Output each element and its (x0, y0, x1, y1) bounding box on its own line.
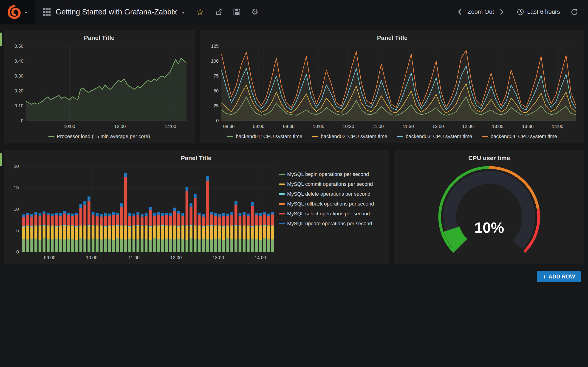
legend-item[interactable]: MySQL begin operations per second (279, 171, 381, 177)
legend-swatch (279, 213, 285, 215)
svg-text:13:00: 13:00 (212, 255, 224, 260)
legend-label: MySQL select operations per second (287, 211, 370, 217)
legend-label: backend03: CPU system time (406, 133, 472, 140)
time-controls: Zoom Out Last 6 hours (457, 0, 588, 24)
dashboard-title-caret-icon (182, 12, 185, 14)
processor-load-legend: Processor load (15 min average per core) (8, 131, 191, 141)
plus-icon: + (543, 274, 546, 280)
svg-text:125: 125 (211, 44, 219, 49)
legend-item[interactable]: MySQL commit operations per second (279, 181, 381, 187)
legend-item[interactable]: MySQL update operations per second (279, 221, 381, 227)
svg-text:12:00: 12:00 (114, 124, 126, 129)
svg-text:13:00: 13:00 (492, 124, 503, 129)
legend-swatch (279, 174, 285, 175)
legend-label: MySQL rollback operations per second (287, 201, 374, 207)
legend-label: backend01: CPU system time (236, 133, 302, 140)
save-dashboard-button[interactable] (233, 8, 241, 16)
share-dashboard-button[interactable] (215, 8, 222, 16)
svg-text:10:00: 10:00 (86, 255, 97, 260)
time-range-picker[interactable]: Last 6 hours (517, 8, 560, 15)
refresh-button[interactable] (571, 8, 578, 16)
grafana-menu-button[interactable] (0, 0, 35, 24)
legend-item[interactable]: backend03: CPU system time (397, 133, 472, 140)
grafana-logo-icon (8, 5, 22, 19)
add-row-button[interactable]: + ADD ROW (537, 271, 581, 282)
dashboard-actions: ☆ ⚙ (196, 0, 258, 24)
svg-text:0.20: 0.20 (15, 88, 23, 93)
time-range-label: Last 6 hours (527, 8, 560, 15)
svg-text:11:00: 11:00 (372, 124, 384, 129)
mysql-operations-chart[interactable]: 09:0010:0011:0012:0013:0014:0005101520 (8, 164, 279, 262)
legend-item[interactable]: MySQL select operations per second (279, 211, 381, 217)
legend-item[interactable]: backend04: CPU system time (482, 133, 557, 140)
gear-icon: ⚙ (251, 8, 258, 16)
svg-text:0: 0 (16, 249, 19, 254)
svg-text:09:00: 09:00 (44, 255, 55, 260)
dashboard-title: Getting Started with Grafana-Zabbix (56, 8, 177, 16)
svg-text:09:30: 09:30 (283, 124, 294, 129)
panel-title[interactable]: Panel Title (8, 153, 384, 164)
legend-swatch (227, 136, 233, 137)
cpu-system-legend: backend01: CPU system time backend02: CP… (204, 131, 580, 141)
panel-title[interactable]: Panel Title (204, 33, 580, 43)
svg-text:0.40: 0.40 (15, 58, 23, 64)
panel-title[interactable]: Panel Title (8, 33, 191, 43)
legend-label: MySQL begin operations per second (287, 171, 369, 177)
svg-text:0.30: 0.30 (15, 73, 23, 78)
add-row-label: ADD ROW (548, 274, 575, 280)
row-2-collapse-handle[interactable] (0, 153, 2, 166)
dashboard-content: Panel Title 10:0012:0014:0000.100.200.30… (0, 24, 588, 282)
legend-swatch (312, 136, 318, 137)
zoom-out-button[interactable]: Zoom Out (467, 8, 494, 15)
dashboard-grid-icon (43, 8, 51, 16)
legend-label: MySQL update operations per second (287, 221, 372, 227)
svg-text:10:00: 10:00 (313, 124, 324, 129)
legend-item[interactable]: Processor load (15 min average per core) (48, 133, 150, 140)
time-shift-left-button[interactable] (457, 8, 463, 15)
row-1-collapse-handle[interactable] (0, 33, 2, 46)
panel-cpu-user-time: CPU user time 10% (394, 150, 584, 264)
svg-text:0: 0 (216, 118, 219, 123)
panel-processor-load: Panel Title 10:0012:0014:0000.100.200.30… (4, 30, 195, 143)
svg-text:0.50: 0.50 (15, 44, 23, 49)
legend-item[interactable]: backend01: CPU system time (227, 133, 302, 140)
svg-text:0: 0 (21, 118, 23, 123)
mysql-operations-legend: MySQL begin operations per second MySQL … (279, 164, 384, 262)
svg-text:12:00: 12:00 (432, 124, 444, 129)
svg-text:20: 20 (14, 164, 19, 169)
share-icon (215, 8, 222, 16)
svg-text:14:00: 14:00 (165, 124, 176, 129)
chevron-right-icon (499, 8, 505, 15)
panel-title[interactable]: CPU user time (398, 153, 580, 164)
legend-swatch (397, 136, 403, 137)
dashboard-title-dropdown[interactable]: Getting Started with Grafana-Zabbix (35, 0, 193, 24)
svg-text:25: 25 (214, 103, 219, 108)
svg-text:10: 10 (14, 207, 19, 212)
svg-text:100: 100 (211, 58, 219, 64)
legend-item[interactable]: MySQL delete operations per second (279, 191, 381, 197)
legend-label: MySQL delete operations per second (287, 191, 370, 197)
star-dashboard-button[interactable]: ☆ (196, 8, 204, 16)
processor-load-chart[interactable]: 10:0012:0014:0000.100.200.300.400.50 (8, 43, 191, 131)
dashboard-settings-button[interactable]: ⚙ (251, 8, 258, 16)
cpu-user-gauge[interactable]: 10% (398, 164, 580, 262)
cpu-system-chart[interactable]: 08:3009:0009:3010:0010:3011:0011:3012:00… (204, 43, 580, 131)
legend-swatch (279, 203, 285, 205)
save-icon (233, 8, 241, 16)
legend-label: backend02: CPU system time (321, 133, 387, 140)
panel-cpu-system-time: Panel Title 08:3009:0009:3010:0010:3011:… (200, 30, 584, 143)
svg-text:12:30: 12:30 (462, 124, 474, 129)
svg-text:10%: 10% (474, 219, 504, 236)
legend-item[interactable]: backend02: CPU system time (312, 133, 387, 140)
svg-text:11:00: 11:00 (128, 255, 140, 260)
legend-swatch (279, 193, 285, 195)
svg-text:10:30: 10:30 (343, 124, 354, 129)
legend-item[interactable]: MySQL rollback operations per second (279, 201, 381, 207)
svg-text:10:00: 10:00 (64, 124, 75, 129)
time-shift-right-button[interactable] (499, 8, 505, 15)
legend-swatch (482, 136, 488, 137)
svg-text:15: 15 (14, 185, 19, 190)
svg-text:08:30: 08:30 (223, 124, 234, 129)
svg-text:5: 5 (16, 228, 19, 233)
svg-text:75: 75 (214, 73, 219, 78)
